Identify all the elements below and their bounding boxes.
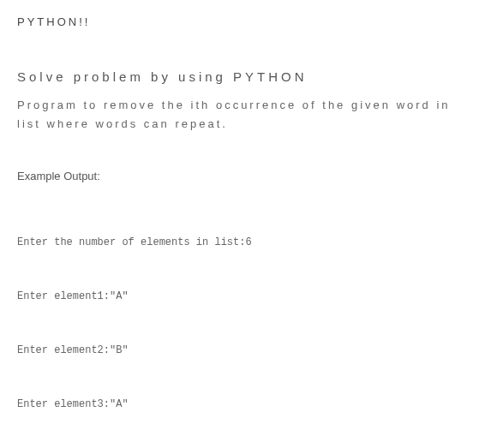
example-output-block: Enter the number of elements in list:6 E… [17, 198, 468, 448]
code-line: Enter the number of elements in list:6 [17, 234, 468, 252]
page-title: PYTHON!! [17, 15, 468, 28]
code-line: Enter element1:"A" [17, 288, 468, 306]
code-line: Enter element3:"A" [17, 396, 468, 414]
problem-description: Program to remove the ith occurrence of … [17, 96, 468, 134]
code-line: Enter element2:"B" [17, 342, 468, 360]
problem-heading: Solve problem by using PYTHON [17, 69, 468, 84]
example-output-label: Example Output: [17, 170, 468, 182]
